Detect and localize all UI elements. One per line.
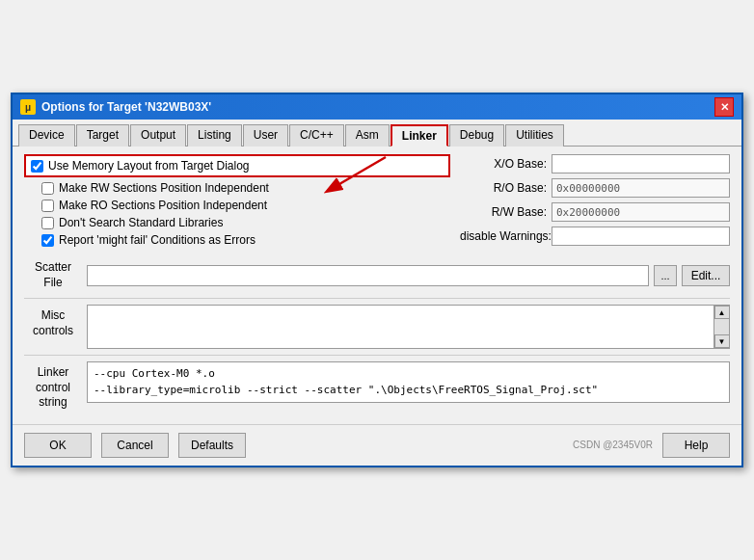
tab-asm[interactable]: Asm [345, 124, 390, 147]
linker-line2: --library_type=microlib --strict --scatt… [94, 383, 723, 399]
tab-utilities[interactable]: Utilities [505, 124, 564, 147]
disable-warnings-row: disable Warnings: [460, 227, 730, 246]
tab-content: Use Memory Layout from Target Dialog Mak… [13, 147, 741, 424]
tab-linker[interactable]: Linker [390, 124, 448, 147]
ro-base-label: R/O Base: [460, 181, 547, 195]
tab-bar: Device Target Output Listing User C/C++ … [13, 120, 741, 147]
checkbox-use-memory-label: Use Memory Layout from Target Dialog [48, 159, 250, 173]
rw-base-row: R/W Base: [460, 202, 730, 222]
main-area: Use Memory Layout from Target Dialog Mak… [24, 154, 730, 251]
scroll-up-button[interactable]: ▲ [714, 306, 730, 319]
checkbox-rw-sections: Make RW Sections Position Independent [24, 181, 450, 195]
watermark: CSDN @2345V0R [573, 440, 653, 450]
xo-base-input[interactable] [552, 154, 730, 173]
linker-control-label: Linker control string [24, 361, 82, 411]
cancel-button[interactable]: Cancel [101, 433, 169, 458]
title-bar: μ Options for Target 'N32WB03X' ✕ [13, 94, 741, 120]
scroll-down-button[interactable]: ▼ [714, 334, 730, 348]
right-panel: X/O Base: R/O Base: R/W Base: disable Wa… [460, 154, 730, 251]
checkbox-ro-input[interactable] [41, 200, 54, 212]
divider2 [24, 355, 730, 356]
checkbox-no-search: Don't Search Standard Libraries [24, 216, 450, 229]
misc-textarea[interactable] [88, 306, 714, 348]
scatter-input[interactable] [87, 265, 649, 286]
scatter-section: Scatter File ... Edit... [24, 260, 730, 290]
close-button[interactable]: ✕ [714, 97, 734, 117]
dialog-title: Options for Target 'N32WB03X' [41, 100, 211, 114]
linker-line1: --cpu Cortex-M0 *.o [94, 366, 723, 383]
divider1 [24, 298, 730, 299]
help-button[interactable]: Help [662, 433, 730, 458]
title-bar-left: μ Options for Target 'N32WB03X' [20, 99, 211, 115]
ok-button[interactable]: OK [24, 433, 92, 458]
tab-device[interactable]: Device [18, 124, 75, 147]
misc-section: Misc controls ▲ ▼ [24, 305, 730, 349]
app-icon: μ [20, 99, 36, 115]
checkbox-report-fail-input[interactable] [41, 234, 54, 247]
scatter-label: Scatter File [24, 260, 82, 290]
tab-output[interactable]: Output [130, 124, 186, 147]
dialog: μ Options for Target 'N32WB03X' ✕ Device… [11, 93, 743, 467]
tab-listing[interactable]: Listing [187, 124, 242, 147]
tab-user[interactable]: User [243, 124, 288, 147]
checkbox-group: Use Memory Layout from Target Dialog Mak… [24, 154, 450, 247]
linker-control-section: Linker control string --cpu Cortex-M0 *.… [24, 361, 730, 411]
left-panel: Use Memory Layout from Target Dialog Mak… [24, 154, 450, 251]
checkbox-no-search-label: Don't Search Standard Libraries [59, 216, 223, 229]
tab-cpp[interactable]: C/C++ [289, 124, 344, 147]
disable-warnings-label: disable Warnings: [460, 229, 547, 243]
checkbox-use-memory-input[interactable] [31, 160, 43, 173]
checkbox-no-search-input[interactable] [41, 217, 54, 229]
checkbox-report-fail: Report 'might fail' Conditions as Errors [24, 233, 450, 247]
checkbox-ro-label: Make RO Sections Position Independent [59, 199, 267, 212]
checkbox-ro-sections: Make RO Sections Position Independent [24, 199, 450, 212]
bottom-buttons-left: OK Cancel Defaults [24, 433, 246, 458]
misc-textarea-wrapper: ▲ ▼ [87, 305, 730, 349]
checkbox-use-memory-layout: Use Memory Layout from Target Dialog [24, 154, 450, 177]
bottom-bar: OK Cancel Defaults CSDN @2345V0R Help [13, 424, 741, 466]
ro-base-row: R/O Base: [460, 178, 730, 198]
scatter-edit-button[interactable]: Edit... [682, 265, 730, 286]
misc-label: Misc controls [24, 305, 82, 338]
tab-debug[interactable]: Debug [449, 124, 504, 147]
defaults-button[interactable]: Defaults [178, 433, 246, 458]
misc-scrollbar: ▲ ▼ [714, 306, 729, 348]
xo-base-row: X/O Base: [460, 154, 730, 173]
ro-base-input[interactable] [552, 178, 730, 198]
scatter-browse-button[interactable]: ... [654, 265, 677, 286]
disable-warnings-input[interactable] [552, 227, 730, 246]
linker-control-text: --cpu Cortex-M0 *.o --library_type=micro… [87, 361, 730, 403]
bottom-right: CSDN @2345V0R Help [573, 433, 730, 458]
checkbox-rw-label: Make RW Sections Position Independent [59, 181, 269, 195]
checkbox-report-fail-label: Report 'might fail' Conditions as Errors [59, 233, 256, 247]
xo-base-label: X/O Base: [460, 157, 547, 171]
checkbox-rw-input[interactable] [41, 182, 54, 195]
tab-target[interactable]: Target [76, 124, 129, 147]
rw-base-input[interactable] [552, 202, 730, 222]
rw-base-label: R/W Base: [460, 205, 547, 219]
